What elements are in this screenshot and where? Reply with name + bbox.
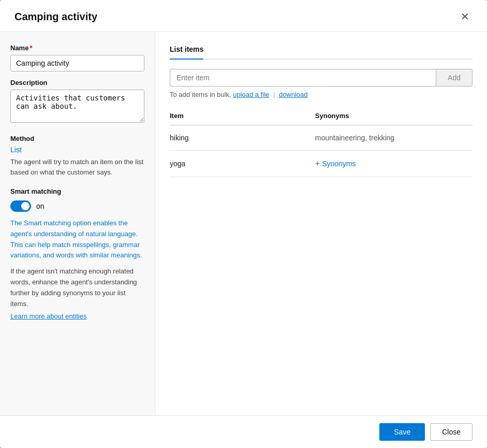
description-field-section: Description Activities that customers ca… — [10, 79, 144, 124]
table-row: yoga+Synonyms — [170, 151, 473, 177]
table-header: Item Synonyms — [170, 108, 473, 125]
modal-body: Name* Description Activities that custom… — [0, 32, 487, 415]
table-body: hikingmountaineering, trekkingyoga+Synon… — [170, 125, 473, 177]
enter-item-row: Add — [170, 69, 473, 86]
synonyms-text: mountaineering, trekking — [315, 134, 394, 142]
add-synonym-label: Synonyms — [322, 160, 356, 168]
pipe-separator: | — [273, 91, 275, 98]
list-table: Item Synonyms hikingmountaineering, trek… — [170, 108, 473, 177]
method-value: List — [10, 146, 144, 154]
dialog: Camping activity ✕ Name* Description Act… — [0, 0, 487, 448]
save-button[interactable]: Save — [379, 423, 425, 441]
name-label: Name* — [10, 44, 144, 52]
modal-footer: Save Close — [0, 415, 487, 448]
smart-matching-toggle[interactable] — [10, 200, 31, 212]
modal-header: Camping activity ✕ — [0, 0, 487, 32]
close-button[interactable]: Close — [430, 423, 473, 441]
smart-matching-desc1: The Smart matching option enables the ag… — [10, 218, 144, 261]
toggle-track — [10, 200, 31, 212]
smart-matching-title: Smart matching — [10, 187, 144, 195]
left-panel: Name* Description Activities that custom… — [0, 32, 155, 415]
synonyms-cell: mountaineering, trekking — [315, 125, 473, 151]
enter-item-input[interactable] — [170, 69, 436, 86]
col-synonyms: Synonyms — [315, 108, 473, 125]
table-header-row: Item Synonyms — [170, 108, 473, 125]
col-item: Item — [170, 108, 315, 125]
right-panel: List items Add To add items in bulk, upl… — [155, 32, 487, 415]
learn-more-link[interactable]: Learn more about entities — [10, 312, 86, 320]
method-description: The agent will try to match an item on t… — [10, 157, 144, 177]
name-field-section: Name* — [10, 44, 144, 71]
close-icon-button[interactable]: ✕ — [458, 10, 473, 23]
bulk-add-row: To add items in bulk, upload a file | do… — [170, 91, 473, 98]
item-cell: hiking — [170, 125, 315, 151]
table-row: hikingmountaineering, trekking — [170, 125, 473, 151]
toggle-thumb — [21, 202, 29, 210]
plus-icon: + — [315, 159, 320, 168]
add-item-button[interactable]: Add — [436, 69, 473, 86]
smart-matching-section: Smart matching on The Smart matching opt… — [10, 187, 144, 320]
item-cell: yoga — [170, 151, 315, 177]
modal-title: Camping activity — [14, 11, 97, 23]
smart-matching-desc2: If the agent isn't matching enough relat… — [10, 266, 144, 309]
description-label: Description — [10, 79, 144, 86]
download-link[interactable]: download — [279, 91, 308, 98]
description-input[interactable]: Activities that customers can ask about. — [10, 90, 144, 123]
tab-list-items[interactable]: List items — [170, 42, 203, 59]
toggle-row: on — [10, 200, 144, 212]
method-label: Method — [10, 135, 144, 142]
toggle-label: on — [36, 202, 45, 210]
upload-file-link[interactable]: upload a file — [233, 91, 269, 98]
name-input[interactable] — [10, 55, 144, 71]
add-synonym-button[interactable]: +Synonyms — [315, 159, 356, 168]
required-star: * — [29, 44, 32, 52]
tabs-row: List items — [170, 42, 473, 60]
synonyms-cell: +Synonyms — [315, 151, 473, 177]
method-section: Method List The agent will try to match … — [10, 135, 144, 177]
